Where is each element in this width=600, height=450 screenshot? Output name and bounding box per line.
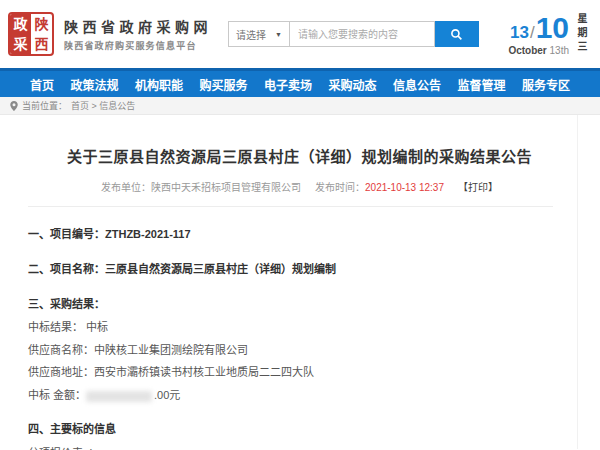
nav-item-procurement-news[interactable]: 采购动态 <box>328 76 376 93</box>
search-category-select[interactable]: 请选择 ▼ <box>228 21 289 47</box>
date-slash: / <box>529 24 536 43</box>
breadcrumb-path[interactable]: 首页 > 信息公告 <box>71 99 135 112</box>
site-header: 政 陕 采 西 陕西省政府采购网 陕西省政府购买服务信息平台 请选择 ▼ 13 … <box>0 0 600 68</box>
main-nav: 首页 政策法规 机构职能 购买服务 电子卖场 采购动态 信息公告 监督管理 服务… <box>0 68 600 97</box>
search-bar: 请选择 ▼ <box>228 21 479 47</box>
logo-char: 政 <box>10 14 31 34</box>
article-sections: 一、项目编号：ZTHZB-2021-117 二、项目名称：三原县自然资源局三原县… <box>28 223 571 450</box>
nav-item-functions[interactable]: 机构职能 <box>135 76 183 93</box>
chevron-down-icon: ▼ <box>275 31 282 38</box>
redacted-amount <box>86 391 152 402</box>
search-input[interactable] <box>289 21 435 47</box>
bid-amount-line: 中标 金额：.00元 <box>28 384 571 407</box>
site-ident: 陕西省政府采购网 陕西省政府购买服务信息平台 <box>64 16 212 52</box>
site-logo: 政 陕 采 西 <box>8 12 54 56</box>
section-result-heading: 三、采购结果： <box>28 293 571 316</box>
site-title: 陕西省政府采购网 <box>64 16 212 36</box>
supplier-address: 供应商地址：西安市灞桥镇读书村核工业地质局二二四大队 <box>28 361 571 384</box>
logo-char: 西 <box>31 34 52 54</box>
date-month-number: 10 <box>536 13 569 43</box>
location-pin-icon <box>10 101 18 111</box>
bid-amount-label: 中标 金额： <box>28 389 86 401</box>
logo-char: 陕 <box>31 14 52 34</box>
section-project-number: 一、项目编号：ZTHZB-2021-117 <box>28 223 571 246</box>
date-ordinal: 13th <box>550 45 569 56</box>
nav-item-e-marketplace[interactable]: 电子卖场 <box>264 76 312 93</box>
nav-item-announcements[interactable]: 信息公告 <box>393 76 441 93</box>
divider <box>28 206 553 207</box>
publish-time-value: 2021-10-13 12:37 <box>365 182 444 193</box>
print-button[interactable]: 【打印】 <box>458 182 498 193</box>
search-icon <box>450 28 463 41</box>
article-meta: 发布单位：陕西中天禾招标项目管理有限公司发布时间：2021-10-13 12:3… <box>28 179 571 194</box>
section-project-name: 二、项目名称：三原县自然资源局三原县村庄（详细）规划编制 <box>28 258 571 281</box>
nav-item-service-zone[interactable]: 服务专区 <box>522 76 570 93</box>
bid-result: 中标结果： 中标 <box>28 316 571 339</box>
site-subtitle: 陕西省政府购买服务信息平台 <box>64 39 212 52</box>
date-display: 13 / 10 October 13th 星期三 <box>508 13 586 56</box>
breadcrumb: 当前位置： 首页 > 信息公告 <box>0 97 600 115</box>
article-content: 关于三原县自然资源局三原县村庄（详细）规划编制的采购结果公告 发布单位：陕西中天… <box>0 115 578 449</box>
nav-item-policies[interactable]: 政策法规 <box>70 76 118 93</box>
section-subject-heading: 四、主要标的信息 <box>28 418 571 441</box>
nav-item-purchase-services[interactable]: 购买服务 <box>199 76 247 93</box>
article-title: 关于三原县自然资源局三原县村庄（详细）规划编制的采购结果公告 <box>28 115 571 166</box>
publish-time-label: 发布时间： <box>315 182 365 193</box>
publisher-label: 发布单位： <box>101 182 151 193</box>
supplier-name: 供应商名称：中陕核工业集团测绘院有限公司 <box>28 339 571 362</box>
date-month-name: October <box>508 45 546 56</box>
nav-item-home[interactable]: 首页 <box>30 76 54 93</box>
publisher-value: 陕西中天禾招标项目管理有限公司 <box>151 182 301 193</box>
search-select-value: 请选择 <box>236 27 266 42</box>
nav-item-supervision[interactable]: 监督管理 <box>457 76 505 93</box>
date-day: 13 <box>510 24 529 43</box>
breadcrumb-label: 当前位置： <box>22 99 67 112</box>
logo-char: 采 <box>10 34 31 54</box>
date-weekday: 星期三 <box>576 13 586 55</box>
bid-amount-suffix: .00元 <box>154 389 180 401</box>
subject-file-link[interactable]: 分项报价表.docx <box>28 442 571 450</box>
search-button[interactable] <box>435 21 479 47</box>
